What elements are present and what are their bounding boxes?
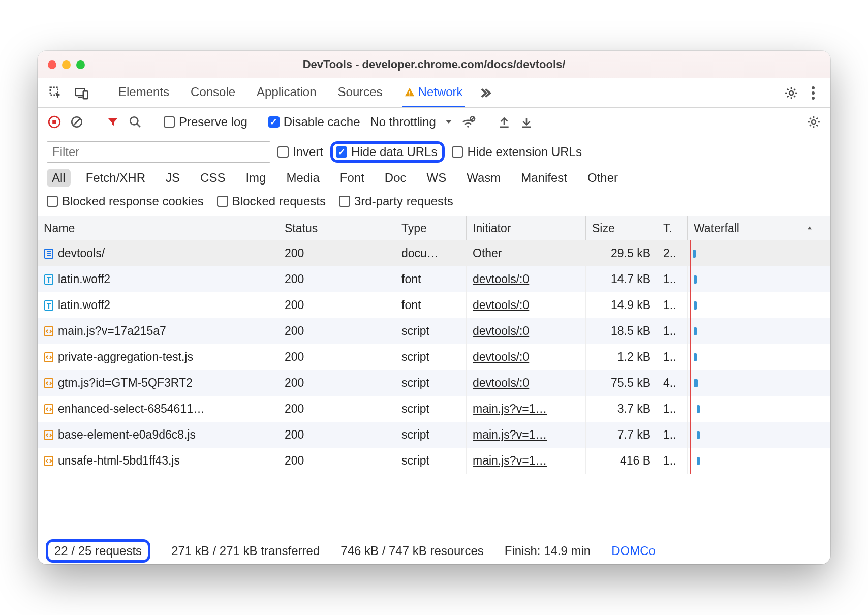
tab-application[interactable]: Application [255, 78, 318, 107]
network-table: Name Status Type Initiator Size T. Water… [38, 216, 830, 537]
type-fetchxhr[interactable]: Fetch/XHR [81, 169, 150, 187]
initiator-link[interactable]: devtools/:0 [473, 298, 529, 312]
maximize-window-button[interactable] [76, 60, 85, 69]
devtools-tabstrip: ElementsConsoleApplicationSourcesNetwork [38, 78, 830, 108]
col-time[interactable]: T. [657, 216, 688, 240]
close-window-button[interactable] [48, 60, 56, 69]
table-header: Name Status Type Initiator Size T. Water… [38, 216, 830, 240]
blocked-requests-checkbox[interactable]: Blocked requests [217, 194, 326, 208]
status-bar: 22 / 25 requests 271 kB / 271 kB transfe… [38, 537, 830, 564]
tab-console[interactable]: Console [189, 78, 237, 107]
requests-count: 22 / 25 requests [46, 539, 150, 563]
throttling-select[interactable]: No throttling [370, 115, 453, 129]
throttling-label: No throttling [370, 115, 436, 129]
more-tabs-button[interactable] [477, 85, 492, 101]
download-har-icon[interactable] [519, 114, 534, 130]
blocked-cookies-checkbox[interactable]: Blocked response cookies [47, 194, 204, 208]
font-file-icon [44, 300, 54, 311]
table-row[interactable]: enhanced-select-6854611…200scriptmain.js… [38, 396, 830, 422]
warning-icon [404, 86, 415, 98]
table-row[interactable]: base-element-e0a9d6c8.js200scriptmain.js… [38, 422, 830, 448]
svg-point-15 [812, 120, 816, 124]
network-settings-icon[interactable] [806, 114, 821, 130]
network-conditions-icon[interactable] [460, 114, 476, 130]
hide-extension-urls-checkbox[interactable]: Hide extension URLs [452, 145, 581, 159]
script-file-icon [44, 326, 54, 337]
caret-down-icon [444, 117, 453, 127]
table-row[interactable]: devtools/200docu…Other29.5 kB2.. [38, 240, 830, 266]
tab-sources[interactable]: Sources [336, 78, 385, 107]
network-toolbar: Preserve log Disable cache No throttling [38, 108, 830, 136]
kebab-menu-icon[interactable] [811, 86, 815, 100]
blocked-filter-row: Blocked response cookies Blocked request… [38, 190, 830, 216]
type-media[interactable]: Media [281, 169, 324, 187]
search-icon[interactable] [128, 114, 143, 130]
type-img[interactable]: Img [240, 169, 271, 187]
devtools-window: DevTools - developer.chrome.com/docs/dev… [38, 51, 830, 564]
clear-button[interactable] [69, 114, 84, 130]
initiator-link[interactable]: devtools/:0 [473, 324, 529, 338]
script-file-icon [44, 455, 54, 467]
table-row[interactable]: latin.woff2200fontdevtools/:014.7 kB1.. [38, 266, 830, 292]
disable-cache-checkbox[interactable]: Disable cache [268, 115, 360, 129]
svg-rect-3 [409, 91, 410, 94]
resources: 746 kB / 747 kB resources [340, 544, 483, 558]
network-filter-row: Invert Hide data URLs Hide extension URL… [38, 136, 830, 163]
third-party-checkbox[interactable]: 3rd-party requests [339, 194, 453, 208]
domcontent-link[interactable]: DOMCo [611, 544, 656, 558]
svg-point-13 [467, 125, 469, 127]
type-font[interactable]: Font [335, 169, 369, 187]
type-all[interactable]: All [47, 169, 71, 187]
type-js[interactable]: JS [161, 169, 185, 187]
type-other[interactable]: Other [582, 169, 623, 187]
invert-checkbox[interactable]: Invert [277, 145, 323, 159]
doc-file-icon [44, 248, 54, 259]
type-css[interactable]: CSS [195, 169, 230, 187]
table-row[interactable]: private-aggregation-test.js200scriptdevt… [38, 344, 830, 370]
minimize-window-button[interactable] [62, 60, 71, 69]
preserve-log-label: Preserve log [179, 115, 247, 129]
col-size[interactable]: Size [586, 216, 657, 240]
tab-network[interactable]: Network [402, 78, 465, 107]
col-type[interactable]: Type [395, 216, 467, 240]
svg-rect-10 [52, 120, 56, 124]
type-wasm[interactable]: Wasm [461, 169, 506, 187]
tab-elements[interactable]: Elements [116, 78, 171, 107]
font-file-icon [44, 274, 54, 285]
initiator-link[interactable]: devtools/:0 [473, 272, 529, 286]
initiator-link[interactable]: devtools/:0 [473, 376, 529, 390]
filter-input[interactable] [47, 141, 270, 163]
svg-rect-4 [409, 95, 410, 96]
initiator-link[interactable]: main.js?v=1… [473, 454, 547, 468]
col-status[interactable]: Status [278, 216, 395, 240]
table-row[interactable]: latin.woff2200fontdevtools/:014.9 kB1.. [38, 292, 830, 318]
device-toolbar-icon[interactable] [73, 85, 89, 101]
filter-icon[interactable] [105, 114, 120, 130]
col-initiator[interactable]: Initiator [467, 216, 586, 240]
initiator-link[interactable]: devtools/:0 [473, 350, 529, 364]
type-manifest[interactable]: Manifest [516, 169, 572, 187]
window-controls [48, 60, 85, 69]
table-row[interactable]: main.js?v=17a215a7200scriptdevtools/:018… [38, 318, 830, 344]
col-name[interactable]: Name [38, 216, 278, 240]
hide-data-urls-checkbox[interactable]: Hide data URLs [336, 145, 437, 159]
settings-icon[interactable] [784, 85, 799, 101]
upload-har-icon[interactable] [497, 114, 512, 130]
inspect-element-icon[interactable] [48, 85, 64, 101]
col-waterfall[interactable]: Waterfall [688, 216, 819, 240]
record-button[interactable] [47, 114, 62, 130]
titlebar: DevTools - developer.chrome.com/docs/dev… [38, 51, 830, 78]
table-row[interactable]: gtm.js?id=GTM-5QF3RT2200scriptdevtools/:… [38, 370, 830, 396]
initiator-link[interactable]: main.js?v=1… [473, 402, 547, 416]
table-row[interactable]: unsafe-html-5bd1ff43.js200scriptmain.js?… [38, 448, 830, 474]
type-doc[interactable]: Doc [380, 169, 412, 187]
svg-point-7 [812, 91, 815, 95]
initiator-link[interactable]: main.js?v=1… [473, 428, 547, 442]
type-ws[interactable]: WS [422, 169, 452, 187]
sort-asc-icon [806, 225, 813, 232]
window-title: DevTools - developer.chrome.com/docs/dev… [38, 58, 830, 71]
script-file-icon [44, 378, 54, 389]
preserve-log-checkbox[interactable]: Preserve log [164, 115, 247, 129]
svg-rect-2 [83, 91, 88, 99]
divider [103, 85, 103, 101]
